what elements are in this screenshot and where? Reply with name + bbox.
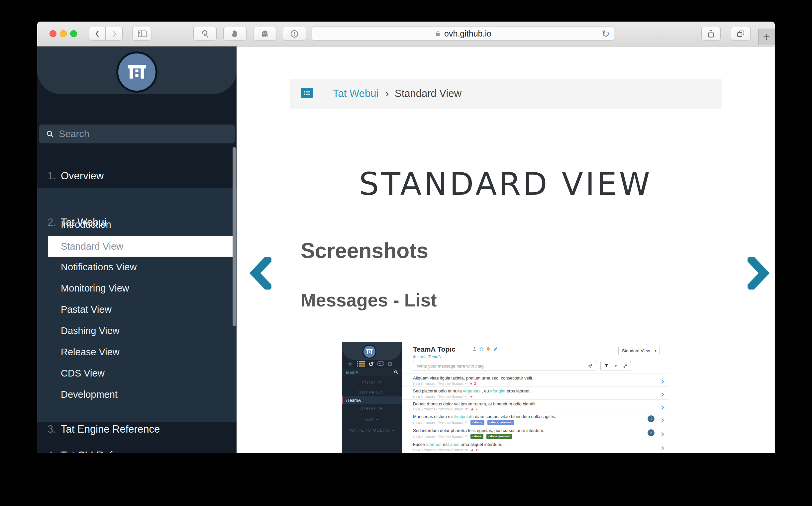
safari-window: ?: [37, 21, 775, 453]
message-placeholder: Write your message here with #tag: [417, 363, 587, 368]
info-circle-icon: [290, 29, 299, 38]
expand-icon: [623, 364, 627, 368]
item-number: 1.: [48, 170, 56, 182]
chevron-left-icon: [249, 257, 272, 289]
hashtag: #tempor: [426, 442, 442, 447]
heart-count: 2: [474, 382, 476, 386]
history-icon: ↺: [368, 360, 374, 367]
sidebar-item-tat-engine-reference[interactable]: 3. Tat Engine Reference: [37, 419, 236, 440]
message-meta: il y a 5 minutes - Yvonnick Esnault: [413, 448, 463, 452]
reply-count-badge: 1: [648, 415, 655, 422]
settings-gear-icon: ⚙: [387, 360, 393, 367]
item-label: Overview: [61, 170, 104, 182]
share-button[interactable]: [702, 27, 721, 40]
search-icon: [394, 370, 398, 374]
padlock-icon: [435, 29, 441, 37]
item-number: 4.: [48, 449, 56, 453]
label-done: • done: [470, 434, 484, 439]
message-row: Sed placerat odio et nulla #egestas , eu…: [402, 387, 669, 400]
item-number: 3.: [48, 423, 56, 435]
forward-chevron-icon: [110, 29, 118, 38]
hashtag: #vulputate: [454, 414, 474, 419]
fullscreen-button[interactable]: [70, 30, 77, 37]
sidebar-item-pastat-view[interactable]: Pastat View: [61, 299, 112, 320]
sidebar-item-notifications-view[interactable]: Notifications View: [61, 256, 137, 277]
sidebar-item-development[interactable]: Development: [61, 384, 118, 405]
heart-icon: ♥: [470, 395, 473, 399]
minimize-button[interactable]: [60, 30, 67, 37]
message-row: Aliquam vitae ligula lacinia, pretium ur…: [402, 373, 669, 387]
sidebar-item-introduction[interactable]: Introduction: [61, 214, 111, 235]
previous-page-arrow[interactable]: [249, 257, 272, 289]
chat-bubble-icon: [377, 360, 384, 367]
hashtag: #egestas: [463, 389, 481, 394]
sidebar-item-cds-view[interactable]: CDS View: [61, 362, 105, 384]
message-meta: il y a 5 minutes - Yvonnick Esnault: [413, 382, 463, 386]
shot-view-selector: Standard View ▾: [618, 346, 660, 355]
active-item-label: Standard View: [61, 236, 123, 257]
extension-hand-button[interactable]: [223, 27, 246, 40]
shot-app-main: TeamA Topic ☆: [402, 342, 669, 453]
tat-logo: [116, 52, 157, 93]
message-meta: il y a 5 minutes - Yvonnick Esnault: [413, 407, 463, 411]
sidebar-item-tat-cli-reference[interactable]: 4. Tat CLI Reference: [37, 445, 236, 453]
hashtag: #nec: [450, 442, 459, 447]
open-message-chevron: ›: [661, 402, 664, 413]
extension-spiral-button[interactable]: ?: [193, 27, 217, 40]
item-label: Tat Engine Reference: [61, 423, 160, 435]
new-tab-button[interactable]: +: [758, 28, 775, 45]
shot-filter-toolbar: ▾: [600, 361, 631, 371]
thumbs-up-icon: [470, 448, 474, 452]
link-icon: [465, 407, 469, 411]
forward-button[interactable]: [106, 27, 123, 40]
toc-list-icon[interactable]: [301, 88, 313, 98]
caret-down-icon: ▾: [376, 417, 379, 422]
share-icon: [707, 29, 715, 39]
item-number: 2.: [48, 217, 56, 229]
link-icon: [465, 395, 469, 399]
docs-search-input[interactable]: Search: [39, 124, 235, 144]
next-page-arrow[interactable]: [748, 257, 770, 289]
shot-topic-teama-active: /TeamA: [342, 397, 402, 404]
screenshot-messages-list[interactable]: ★ ↺: [342, 342, 669, 453]
desktop: ?: [0, 0, 812, 506]
send-plane-icon: [587, 363, 593, 368]
extension-ghost-button[interactable]: [253, 27, 277, 40]
sidebar-item-dashing-view[interactable]: Dashing View: [61, 320, 120, 341]
sidebar-item-release-view[interactable]: Release View: [61, 341, 120, 362]
breadcrumb-section-link[interactable]: Tat Webui: [333, 79, 378, 108]
refresh-icon[interactable]: ↻: [602, 28, 610, 39]
message-row: Sed interdum dolor pharetra felis egesta…: [402, 426, 669, 440]
close-button[interactable]: [50, 30, 57, 37]
page-title: STANDARD VIEW: [236, 166, 775, 202]
back-button[interactable]: [89, 27, 106, 40]
sidebar-item-standard-view-active[interactable]: Standard View: [48, 236, 233, 257]
extension-info-button[interactable]: [283, 27, 306, 40]
sidebar-toggle-button[interactable]: [132, 27, 152, 40]
address-bar[interactable]: ovh.github.io ↻: [312, 26, 614, 40]
view-selector-value: Standard View: [622, 348, 655, 353]
label-doing: • doing: [470, 420, 485, 425]
reply-count-badge: 2: [648, 429, 655, 436]
browser-toolbar: ?: [37, 21, 775, 47]
shot-topic-path: /Internal/TeamA: [413, 355, 441, 359]
tat-logo-glyph: [124, 60, 150, 85]
open-message-chevron: ›: [661, 376, 664, 387]
sidebar-item-monitoring-view[interactable]: Monitoring View: [61, 277, 129, 299]
sidebar-scrollbar-thumb[interactable]: [233, 147, 236, 326]
show-all-tabs-button[interactable]: [731, 27, 750, 40]
open-message-chevron: ›: [661, 428, 664, 439]
message-text: Aliquam vitae ligula lacinia, pretium ur…: [413, 375, 533, 381]
pencil-icon: [493, 347, 498, 352]
breadcrumb-divider: [323, 85, 323, 103]
shot-topic-search: teamA: [342, 368, 402, 376]
message-row: Fusce #tempor est #nec urna aliquet inte…: [402, 440, 669, 453]
filter-funnel-icon: [604, 363, 609, 368]
shot-topic-title: TeamA Topic: [413, 345, 455, 353]
thumb-count: 2: [476, 407, 478, 411]
heart-icon: ♥: [476, 448, 478, 452]
spiral-help-icon: ?: [200, 29, 210, 39]
chevron-right-icon: [748, 257, 770, 289]
sidebar-item-overview[interactable]: 1. Overview: [37, 165, 236, 187]
message-meta: il y a 5 minutes - Yvonnick Esnault: [413, 435, 463, 438]
